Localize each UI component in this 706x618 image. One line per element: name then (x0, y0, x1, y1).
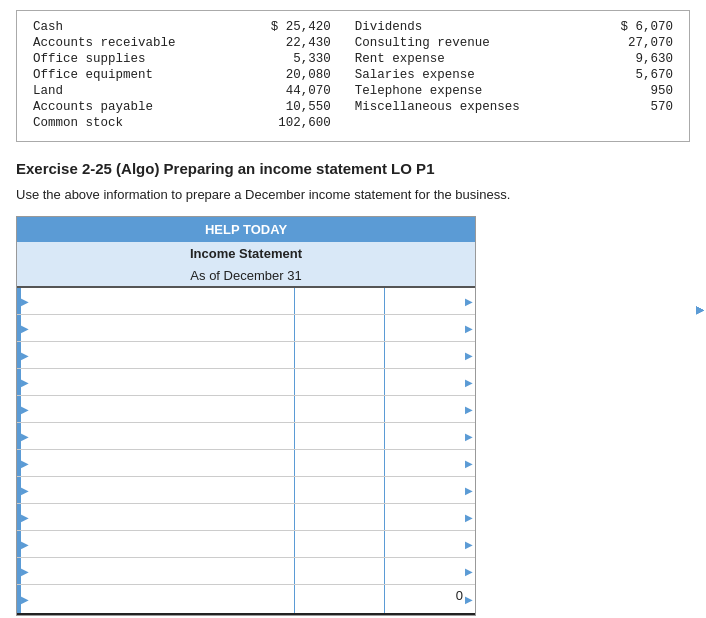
right-arrow-icon: ▶ (465, 539, 473, 550)
income-cell-mid[interactable]: ▶ (295, 369, 385, 395)
income-cell-right[interactable]: ▶ (385, 558, 475, 584)
income-cell-right[interactable]: ▶ (385, 342, 475, 368)
income-cell-mid[interactable]: ▶ (295, 477, 385, 503)
left-arrow-icon: ▶ (21, 539, 29, 550)
tb-label2: Consulting revenue (335, 35, 580, 51)
mid-arrow-icon: ▶ (696, 304, 704, 315)
income-row: ▶ ▶ ▶ (17, 396, 475, 423)
income-cell-right[interactable]: 0 ▶ (385, 585, 475, 613)
income-cell-label[interactable]: ▶ (17, 396, 295, 422)
income-cell-right[interactable]: ▶ (385, 423, 475, 449)
right-arrow-icon: ▶ (465, 431, 473, 442)
tb-amount2: $ 6,070 (579, 19, 677, 35)
trial-balance-row: Office supplies 5,330 Rent expense 9,630 (29, 51, 677, 67)
income-cell-right[interactable]: ▶ (385, 369, 475, 395)
right-arrow-icon: ▶ (465, 458, 473, 469)
tb-amount2: 5,670 (579, 67, 677, 83)
income-cell-label[interactable]: ▶ (17, 423, 295, 449)
tb-amount: 20,080 (237, 67, 335, 83)
tb-amount2: 9,630 (579, 51, 677, 67)
right-arrow-icon: ▶ (465, 594, 473, 605)
income-cell-mid[interactable]: ▶ (295, 450, 385, 476)
income-row: ▶ ▶ ▶ (17, 342, 475, 369)
income-cell-right[interactable]: ▶ (385, 315, 475, 341)
trial-balance-row: Accounts receivable 22,430 Consulting re… (29, 35, 677, 51)
exercise-title: Exercise 2-25 (Algo) Preparing an income… (16, 160, 434, 177)
income-cell-label[interactable]: ▶ (17, 342, 295, 368)
right-arrow-icon: ▶ (465, 323, 473, 334)
left-arrow-icon: ▶ (21, 431, 29, 442)
income-cell-label[interactable]: ▶ (17, 288, 295, 314)
tb-label: Common stock (29, 115, 237, 131)
income-cell-mid[interactable]: ▶ (295, 396, 385, 422)
left-arrow-icon: ▶ (21, 594, 29, 605)
income-row: ▶ ▶ ▶ (17, 315, 475, 342)
income-row: ▶ ▶ ▶ (17, 423, 475, 450)
trial-balance-row: Common stock 102,600 (29, 115, 677, 131)
income-cell-right[interactable]: ▶ (385, 531, 475, 557)
income-row: ▶ ▶ ▶ (17, 504, 475, 531)
income-statement-date: As of December 31 (17, 265, 475, 288)
income-cell-right[interactable]: ▶ (385, 450, 475, 476)
exercise-heading: Exercise 2-25 (Algo) Preparing an income… (16, 160, 690, 177)
right-arrow-icon: ▶ (465, 377, 473, 388)
tb-label2: Rent expense (335, 51, 580, 67)
trial-balance-table: Cash $ 25,420 Dividends $ 6,070 Accounts… (29, 19, 677, 131)
income-cell-mid[interactable]: ▶ (295, 558, 385, 584)
income-company-name: HELP TODAY (17, 217, 475, 242)
income-statement-title: Income Statement (17, 242, 475, 265)
income-row: ▶ ▶ ▶ (17, 450, 475, 477)
income-cell-mid[interactable]: ▶ (295, 585, 385, 613)
right-arrow-icon: ▶ (465, 512, 473, 523)
left-arrow-icon: ▶ (21, 485, 29, 496)
income-cell-mid[interactable]: ▶ (295, 504, 385, 530)
tb-label2: Miscellaneous expenses (335, 99, 580, 115)
exercise-subtext: Use the above information to prepare a D… (16, 187, 690, 202)
tb-amount2: 570 (579, 99, 677, 115)
tb-amount: $ 25,420 (237, 19, 335, 35)
income-cell-right[interactable]: ▶ (385, 396, 475, 422)
income-cell-mid[interactable]: ▶ (295, 342, 385, 368)
income-cell-mid[interactable]: ▶ (295, 288, 385, 314)
right-arrow-icon: ▶ (465, 404, 473, 415)
right-arrow-icon: ▶ (465, 566, 473, 577)
exercise-description: Use the above information to prepare a D… (16, 187, 510, 202)
income-row: ▶ ▶ 0 ▶ (17, 585, 475, 615)
tb-label: Office equipment (29, 67, 237, 83)
trial-balance-row: Accounts payable 10,550 Miscellaneous ex… (29, 99, 677, 115)
income-cell-label[interactable]: ▶ (17, 585, 295, 613)
income-cell-label[interactable]: ▶ (17, 504, 295, 530)
tb-amount2: 27,070 (579, 35, 677, 51)
income-row: ▶ ▶ ▶ (17, 477, 475, 504)
right-arrow-icon: ▶ (465, 485, 473, 496)
tb-amount: 102,600 (237, 115, 335, 131)
trial-balance-row: Office equipment 20,080 Salaries expense… (29, 67, 677, 83)
income-cell-label[interactable]: ▶ (17, 369, 295, 395)
income-cell-right[interactable]: ▶ (385, 288, 475, 314)
trial-balance-section: Cash $ 25,420 Dividends $ 6,070 Accounts… (16, 10, 690, 142)
left-arrow-icon: ▶ (21, 566, 29, 577)
left-arrow-icon: ▶ (21, 350, 29, 361)
income-cell-label[interactable]: ▶ (17, 315, 295, 341)
tb-label2: Telephone expense (335, 83, 580, 99)
income-cell-label[interactable]: ▶ (17, 450, 295, 476)
income-cell-right[interactable]: ▶ (385, 504, 475, 530)
left-arrow-icon: ▶ (21, 377, 29, 388)
income-cell-label[interactable]: ▶ (17, 531, 295, 557)
income-cell-mid[interactable]: ▶ (295, 315, 385, 341)
income-cell-mid[interactable]: ▶ (295, 531, 385, 557)
tb-amount: 22,430 (237, 35, 335, 51)
income-cell-right[interactable]: ▶ (385, 477, 475, 503)
right-arrow-icon: ▶ (465, 296, 473, 307)
income-cell-label[interactable]: ▶ (17, 558, 295, 584)
tb-label2: Salaries expense (335, 67, 580, 83)
income-cell-mid[interactable]: ▶ (295, 423, 385, 449)
tb-label2 (335, 115, 580, 131)
left-arrow-icon: ▶ (21, 458, 29, 469)
trial-balance-row: Land 44,070 Telephone expense 950 (29, 83, 677, 99)
income-row: ▶ ▶ ▶ (17, 369, 475, 396)
left-arrow-icon: ▶ (21, 296, 29, 307)
income-cell-label[interactable]: ▶ (17, 477, 295, 503)
tb-label: Office supplies (29, 51, 237, 67)
tb-amount: 5,330 (237, 51, 335, 67)
